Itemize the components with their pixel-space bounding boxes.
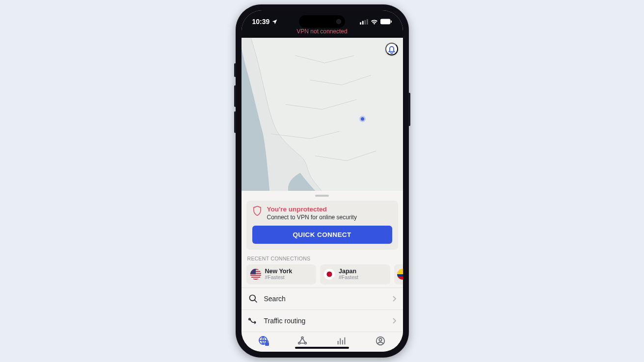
power-button: [408, 93, 410, 126]
svg-rect-10: [265, 342, 269, 346]
svg-rect-1: [362, 21, 363, 24]
tab-meshnet[interactable]: [289, 336, 316, 346]
location-arrow-icon: [271, 19, 278, 25]
menu-list: Search Traffic routing: [242, 287, 403, 332]
svg-point-11: [302, 337, 304, 339]
recent-connection-tag: #Fastest: [339, 275, 358, 281]
recent-connection-name: Japan: [339, 268, 358, 275]
recent-connection-japan[interactable]: Japan #Fastest: [320, 264, 390, 284]
front-camera-icon: [336, 19, 341, 24]
profile-icon: [375, 336, 386, 346]
svg-line-7: [254, 300, 257, 303]
chevron-right-icon: [392, 296, 396, 302]
flag-co-icon: [397, 269, 403, 280]
notifications-button[interactable]: [385, 43, 398, 55]
recent-heading: RECENT CONNECTIONS: [247, 256, 397, 261]
recent-connection-name: New York: [265, 268, 293, 275]
recent-connections-row: New York #Fastest Japan #Fastest: [242, 264, 403, 284]
protection-title: You're unprotected: [267, 206, 357, 214]
volume-down-button: [234, 111, 236, 133]
tab-home[interactable]: [250, 335, 277, 347]
traffic-routing-label: Traffic routing: [264, 317, 386, 325]
bars-icon: [336, 336, 347, 346]
recent-connection-tag: #Fastest: [265, 275, 293, 281]
bottom-sheet: You're unprotected Connect to VPN for on…: [242, 191, 403, 352]
map-geo-icon: [242, 38, 403, 191]
tab-stats[interactable]: [328, 336, 355, 346]
svg-rect-3: [367, 19, 368, 25]
phone-frame: 10:39 VPN not connected: [236, 4, 409, 358]
quick-connect-button[interactable]: QUICK CONNECT: [252, 226, 392, 244]
svg-rect-5: [391, 21, 392, 23]
nodes-icon: [297, 336, 308, 346]
search-row[interactable]: Search: [242, 287, 403, 310]
wifi-icon: [371, 19, 378, 25]
home-indicator[interactable]: [295, 347, 349, 349]
svg-point-12: [298, 342, 300, 344]
battery-icon: [380, 19, 392, 25]
vpn-status-banner: VPN not connected: [242, 28, 403, 38]
svg-rect-2: [364, 20, 366, 24]
svg-rect-4: [380, 19, 390, 24]
volume-up-button: [234, 85, 236, 107]
svg-rect-0: [360, 22, 361, 25]
shield-icon: [252, 206, 262, 216]
flag-us-icon: [250, 269, 261, 280]
traffic-routing-row[interactable]: Traffic routing: [242, 310, 403, 332]
sheet-grab-handle[interactable]: [315, 195, 329, 197]
cellular-signal-icon: [360, 19, 368, 25]
protection-status-card: You're unprotected Connect to VPN for on…: [246, 201, 398, 250]
svg-point-15: [379, 338, 382, 341]
screen: 10:39 VPN not connected: [242, 10, 403, 352]
dynamic-island: [299, 15, 345, 28]
routing-icon: [248, 316, 258, 326]
silent-switch: [234, 63, 236, 77]
bell-icon: [386, 44, 397, 54]
search-label: Search: [264, 295, 386, 303]
tab-profile[interactable]: [367, 336, 394, 346]
chevron-right-icon: [392, 318, 396, 324]
search-icon: [248, 294, 258, 304]
svg-point-13: [305, 342, 307, 344]
globe-lock-icon: [258, 335, 269, 347]
recent-connection-overflow[interactable]: [394, 264, 403, 284]
svg-point-6: [249, 295, 255, 301]
flag-jp-icon: [324, 269, 335, 280]
protection-subtitle: Connect to VPN for online security: [267, 214, 357, 221]
tab-bar: [242, 332, 403, 352]
map-view[interactable]: [242, 38, 403, 191]
status-time: 10:39: [252, 18, 270, 26]
recent-connection-newyork[interactable]: New York #Fastest: [246, 264, 317, 284]
